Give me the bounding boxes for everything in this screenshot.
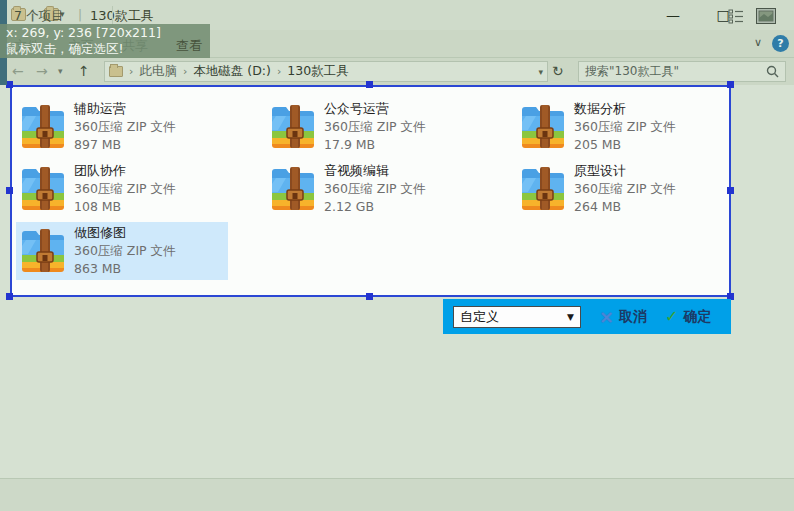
cancel-label: 取消 bbox=[619, 308, 647, 326]
help-icon[interactable]: ? bbox=[772, 35, 789, 52]
360zip-archive-icon bbox=[270, 104, 316, 148]
file-type: 360压缩 ZIP 文件 bbox=[74, 180, 176, 198]
capture-cancel-button[interactable]: × 取消 bbox=[599, 308, 647, 326]
file-list-pane: 辅助运营 360压缩 ZIP 文件 897 MB 公众号运营 360压缩 ZIP… bbox=[0, 85, 794, 478]
capture-confirm-button[interactable]: ✓ 确定 bbox=[665, 308, 711, 326]
quick-access-divider: | bbox=[78, 8, 82, 22]
forward-icon[interactable]: → bbox=[36, 63, 48, 79]
360zip-archive-icon bbox=[20, 104, 66, 148]
search-placeholder: 搜索"130款工具" bbox=[585, 63, 766, 80]
breadcrumb-drive-d[interactable]: 本地磁盘 (D:) bbox=[193, 63, 271, 80]
file-type: 360压缩 ZIP 文件 bbox=[574, 180, 676, 198]
recent-locations-icon[interactable]: ▾ bbox=[58, 66, 63, 76]
refresh-icon[interactable]: ↻ bbox=[552, 63, 564, 79]
selection-handle-mid-left[interactable] bbox=[6, 187, 13, 194]
address-dropdown-icon[interactable]: ▾ bbox=[538, 67, 543, 77]
file-tile[interactable]: 数据分析 360压缩 ZIP 文件 205 MB bbox=[516, 98, 728, 156]
details-view-icon[interactable] bbox=[728, 8, 745, 24]
selection-handle-bottom-left[interactable] bbox=[6, 293, 13, 300]
360zip-archive-icon bbox=[20, 228, 66, 272]
file-name: 原型设计 bbox=[574, 162, 676, 180]
file-type: 360压缩 ZIP 文件 bbox=[574, 118, 676, 136]
breadcrumb-separator: › bbox=[277, 65, 281, 78]
file-name: 公众号运营 bbox=[324, 100, 426, 118]
capture-hint-text: 鼠标双击，确定选区! bbox=[6, 41, 204, 57]
capture-preset-value: 自定义 bbox=[460, 308, 567, 326]
location-folder-icon bbox=[109, 66, 123, 77]
search-input[interactable]: 搜索"130款工具" bbox=[578, 61, 786, 82]
capture-preset-select[interactable]: 自定义 ▼ bbox=[453, 306, 581, 328]
file-type: 360压缩 ZIP 文件 bbox=[324, 180, 426, 198]
file-size: 264 MB bbox=[574, 198, 676, 216]
file-tile[interactable]: 辅助运营 360压缩 ZIP 文件 897 MB bbox=[16, 98, 228, 156]
capture-action-toolbar: 自定义 ▼ × 取消 ✓ 确定 bbox=[443, 299, 731, 334]
file-size: 2.12 GB bbox=[324, 198, 426, 216]
dropdown-arrow-icon: ▼ bbox=[567, 312, 574, 322]
file-size: 17.9 MB bbox=[324, 136, 426, 154]
capture-coords-text: x: 269, y: 236 [720x211] bbox=[6, 25, 204, 41]
file-size: 897 MB bbox=[74, 136, 176, 154]
up-icon[interactable]: ↑ bbox=[78, 63, 90, 79]
file-size: 108 MB bbox=[74, 198, 176, 216]
file-tile[interactable]: 音视频编辑 360压缩 ZIP 文件 2.12 GB bbox=[266, 160, 478, 218]
address-bar[interactable]: › 此电脑 › 本地磁盘 (D:) › 130款工具 ▾ bbox=[104, 61, 548, 82]
breadcrumb-separator: › bbox=[183, 65, 187, 78]
selection-handle-bottom-mid[interactable] bbox=[366, 293, 373, 300]
thumbnail-view-icon[interactable] bbox=[756, 8, 776, 24]
file-size: 205 MB bbox=[574, 136, 676, 154]
search-icon[interactable] bbox=[766, 65, 779, 78]
360zip-archive-icon bbox=[20, 166, 66, 210]
selection-handle-mid-right[interactable] bbox=[727, 187, 734, 194]
file-tile[interactable]: 做图修图 360压缩 ZIP 文件 863 MB bbox=[16, 222, 228, 280]
confirm-label: 确定 bbox=[684, 308, 712, 326]
items-count: 7 个项目 bbox=[14, 8, 63, 25]
file-name: 辅助运营 bbox=[74, 100, 176, 118]
file-tile[interactable]: 团队协作 360压缩 ZIP 文件 108 MB bbox=[16, 160, 228, 218]
file-name: 音视频编辑 bbox=[324, 162, 426, 180]
breadcrumb-this-pc[interactable]: 此电脑 bbox=[139, 63, 177, 80]
file-name: 做图修图 bbox=[74, 224, 176, 242]
capture-selection-region[interactable]: 辅助运营 360压缩 ZIP 文件 897 MB 公众号运营 360压缩 ZIP… bbox=[10, 85, 731, 297]
file-name: 团队协作 bbox=[74, 162, 176, 180]
ribbon-collapse-icon[interactable]: ∨ bbox=[754, 36, 762, 49]
selection-handle-top-mid[interactable] bbox=[366, 81, 373, 88]
tab-view[interactable]: 查看 bbox=[176, 37, 202, 55]
back-icon[interactable]: ← bbox=[12, 63, 24, 79]
file-type: 360压缩 ZIP 文件 bbox=[74, 118, 176, 136]
breadcrumb-current-folder[interactable]: 130款工具 bbox=[287, 63, 348, 80]
file-size: 863 MB bbox=[74, 260, 176, 278]
file-tile[interactable]: 公众号运营 360压缩 ZIP 文件 17.9 MB bbox=[266, 98, 478, 156]
cancel-x-icon: × bbox=[599, 308, 614, 326]
file-tile[interactable]: 原型设计 360压缩 ZIP 文件 264 MB bbox=[516, 160, 728, 218]
status-divider bbox=[112, 6, 113, 26]
360zip-archive-icon bbox=[520, 166, 566, 210]
360zip-archive-icon bbox=[520, 104, 566, 148]
confirm-check-icon: ✓ bbox=[665, 308, 678, 326]
selection-handle-top-left[interactable] bbox=[6, 81, 13, 88]
status-bar bbox=[0, 478, 794, 511]
minimize-button[interactable]: — bbox=[650, 0, 696, 30]
selection-handle-top-right[interactable] bbox=[727, 81, 734, 88]
file-name: 数据分析 bbox=[574, 100, 676, 118]
breadcrumb-separator: › bbox=[129, 65, 133, 78]
file-type: 360压缩 ZIP 文件 bbox=[324, 118, 426, 136]
window-title: 130款工具 bbox=[90, 7, 154, 25]
file-type: 360压缩 ZIP 文件 bbox=[74, 242, 176, 260]
360zip-archive-icon bbox=[270, 166, 316, 210]
